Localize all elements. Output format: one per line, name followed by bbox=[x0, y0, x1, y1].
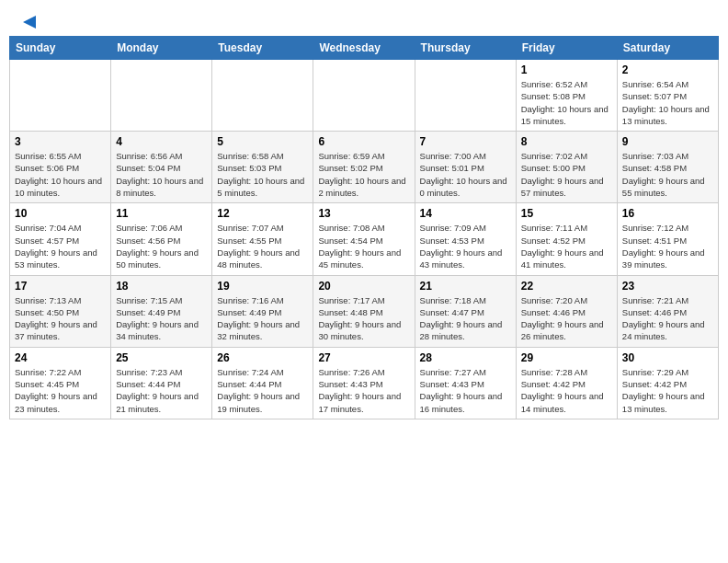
calendar-cell bbox=[111, 60, 212, 132]
day-number: 5 bbox=[217, 135, 308, 148]
day-info: Sunrise: 7:24 AM Sunset: 4:44 PM Dayligh… bbox=[217, 366, 308, 415]
day-of-week-header: Saturday bbox=[617, 37, 718, 60]
day-info: Sunrise: 7:26 AM Sunset: 4:43 PM Dayligh… bbox=[318, 366, 409, 415]
day-number: 11 bbox=[116, 207, 207, 220]
calendar-cell: 4Sunrise: 6:56 AM Sunset: 5:04 PM Daylig… bbox=[111, 132, 212, 203]
day-info: Sunrise: 7:23 AM Sunset: 4:44 PM Dayligh… bbox=[116, 366, 207, 415]
day-info: Sunrise: 7:09 AM Sunset: 4:53 PM Dayligh… bbox=[420, 222, 511, 270]
calendar-cell bbox=[10, 60, 111, 132]
day-number: 15 bbox=[521, 207, 612, 220]
calendar-cell: 28Sunrise: 7:27 AM Sunset: 4:43 PM Dayli… bbox=[415, 347, 516, 419]
calendar-cell: 27Sunrise: 7:26 AM Sunset: 4:43 PM Dayli… bbox=[313, 347, 415, 419]
day-number: 25 bbox=[116, 351, 207, 364]
calendar-cell: 23Sunrise: 7:21 AM Sunset: 4:46 PM Dayli… bbox=[617, 275, 718, 347]
calendar-cell: 16Sunrise: 7:12 AM Sunset: 4:51 PM Dayli… bbox=[617, 203, 718, 275]
day-number: 20 bbox=[318, 280, 409, 293]
day-number: 28 bbox=[420, 351, 511, 364]
calendar-cell: 18Sunrise: 7:15 AM Sunset: 4:49 PM Dayli… bbox=[111, 275, 212, 347]
day-info: Sunrise: 7:13 AM Sunset: 4:50 PM Dayligh… bbox=[15, 294, 106, 343]
calendar-cell: 19Sunrise: 7:16 AM Sunset: 4:49 PM Dayli… bbox=[212, 275, 313, 347]
page-header bbox=[0, 0, 728, 36]
calendar-week-row: 1Sunrise: 6:52 AM Sunset: 5:08 PM Daylig… bbox=[10, 60, 719, 132]
calendar-week-row: 3Sunrise: 6:55 AM Sunset: 5:06 PM Daylig… bbox=[10, 132, 719, 203]
day-info: Sunrise: 7:06 AM Sunset: 4:56 PM Dayligh… bbox=[116, 222, 207, 270]
calendar-cell: 26Sunrise: 7:24 AM Sunset: 4:44 PM Dayli… bbox=[212, 347, 313, 419]
calendar-body: 1Sunrise: 6:52 AM Sunset: 5:08 PM Daylig… bbox=[10, 60, 719, 419]
calendar-week-row: 24Sunrise: 7:22 AM Sunset: 4:45 PM Dayli… bbox=[10, 347, 719, 419]
calendar-cell: 7Sunrise: 7:00 AM Sunset: 5:01 PM Daylig… bbox=[415, 132, 516, 203]
day-number: 22 bbox=[521, 280, 612, 293]
day-info: Sunrise: 7:11 AM Sunset: 4:52 PM Dayligh… bbox=[521, 222, 612, 270]
calendar-cell: 3Sunrise: 6:55 AM Sunset: 5:06 PM Daylig… bbox=[10, 132, 111, 203]
calendar-cell: 1Sunrise: 6:52 AM Sunset: 5:08 PM Daylig… bbox=[516, 60, 617, 132]
day-info: Sunrise: 6:52 AM Sunset: 5:08 PM Dayligh… bbox=[521, 78, 612, 127]
calendar-cell: 13Sunrise: 7:08 AM Sunset: 4:54 PM Dayli… bbox=[313, 203, 415, 275]
logo bbox=[18, 14, 38, 27]
calendar-table: SundayMondayTuesdayWednesdayThursdayFrid… bbox=[9, 36, 719, 419]
calendar-cell: 12Sunrise: 7:07 AM Sunset: 4:55 PM Dayli… bbox=[212, 203, 313, 275]
calendar-cell: 25Sunrise: 7:23 AM Sunset: 4:44 PM Dayli… bbox=[111, 347, 212, 419]
svg-marker-0 bbox=[23, 16, 36, 29]
day-info: Sunrise: 7:02 AM Sunset: 5:00 PM Dayligh… bbox=[521, 150, 612, 199]
calendar-cell bbox=[415, 60, 516, 132]
day-info: Sunrise: 6:59 AM Sunset: 5:02 PM Dayligh… bbox=[318, 150, 409, 199]
day-number: 23 bbox=[622, 280, 713, 293]
logo-icon bbox=[21, 14, 38, 30]
day-info: Sunrise: 6:56 AM Sunset: 5:04 PM Dayligh… bbox=[116, 150, 207, 199]
day-number: 10 bbox=[15, 207, 106, 220]
day-info: Sunrise: 7:22 AM Sunset: 4:45 PM Dayligh… bbox=[15, 366, 106, 415]
day-info: Sunrise: 7:21 AM Sunset: 4:46 PM Dayligh… bbox=[622, 294, 713, 343]
day-number: 2 bbox=[622, 63, 713, 76]
day-info: Sunrise: 7:12 AM Sunset: 4:51 PM Dayligh… bbox=[622, 222, 713, 270]
day-info: Sunrise: 7:03 AM Sunset: 4:58 PM Dayligh… bbox=[622, 150, 713, 199]
day-number: 12 bbox=[217, 207, 308, 220]
day-info: Sunrise: 7:28 AM Sunset: 4:42 PM Dayligh… bbox=[521, 366, 612, 415]
day-number: 27 bbox=[318, 351, 409, 364]
day-info: Sunrise: 7:15 AM Sunset: 4:49 PM Dayligh… bbox=[116, 294, 207, 343]
calendar-cell bbox=[212, 60, 313, 132]
day-info: Sunrise: 7:16 AM Sunset: 4:49 PM Dayligh… bbox=[217, 294, 308, 343]
calendar-cell: 2Sunrise: 6:54 AM Sunset: 5:07 PM Daylig… bbox=[617, 60, 718, 132]
day-info: Sunrise: 7:27 AM Sunset: 4:43 PM Dayligh… bbox=[420, 366, 511, 415]
calendar-week-row: 17Sunrise: 7:13 AM Sunset: 4:50 PM Dayli… bbox=[10, 275, 719, 347]
day-info: Sunrise: 6:58 AM Sunset: 5:03 PM Dayligh… bbox=[217, 150, 308, 199]
day-info: Sunrise: 7:20 AM Sunset: 4:46 PM Dayligh… bbox=[521, 294, 612, 343]
day-info: Sunrise: 7:17 AM Sunset: 4:48 PM Dayligh… bbox=[318, 294, 409, 343]
calendar-cell: 5Sunrise: 6:58 AM Sunset: 5:03 PM Daylig… bbox=[212, 132, 313, 203]
calendar-cell: 17Sunrise: 7:13 AM Sunset: 4:50 PM Dayli… bbox=[10, 275, 111, 347]
day-number: 16 bbox=[622, 207, 713, 220]
day-number: 21 bbox=[420, 280, 511, 293]
day-of-week-header: Friday bbox=[516, 37, 617, 60]
day-info: Sunrise: 7:04 AM Sunset: 4:57 PM Dayligh… bbox=[15, 222, 106, 270]
day-of-week-header: Monday bbox=[111, 37, 212, 60]
calendar-cell: 11Sunrise: 7:06 AM Sunset: 4:56 PM Dayli… bbox=[111, 203, 212, 275]
calendar-header-row: SundayMondayTuesdayWednesdayThursdayFrid… bbox=[10, 37, 719, 60]
calendar-cell: 21Sunrise: 7:18 AM Sunset: 4:47 PM Dayli… bbox=[415, 275, 516, 347]
calendar-cell: 29Sunrise: 7:28 AM Sunset: 4:42 PM Dayli… bbox=[516, 347, 617, 419]
day-info: Sunrise: 7:00 AM Sunset: 5:01 PM Dayligh… bbox=[420, 150, 511, 199]
day-of-week-header: Thursday bbox=[415, 37, 516, 60]
day-number: 4 bbox=[116, 135, 207, 148]
day-number: 1 bbox=[521, 63, 612, 76]
day-number: 29 bbox=[521, 351, 612, 364]
day-number: 8 bbox=[521, 135, 612, 148]
calendar-cell: 15Sunrise: 7:11 AM Sunset: 4:52 PM Dayli… bbox=[516, 203, 617, 275]
day-info: Sunrise: 7:07 AM Sunset: 4:55 PM Dayligh… bbox=[217, 222, 308, 270]
day-number: 26 bbox=[217, 351, 308, 364]
calendar-cell: 8Sunrise: 7:02 AM Sunset: 5:00 PM Daylig… bbox=[516, 132, 617, 203]
day-number: 7 bbox=[420, 135, 511, 148]
day-number: 19 bbox=[217, 280, 308, 293]
calendar-cell bbox=[313, 60, 415, 132]
day-info: Sunrise: 7:29 AM Sunset: 4:42 PM Dayligh… bbox=[622, 366, 713, 415]
day-number: 14 bbox=[420, 207, 511, 220]
day-info: Sunrise: 7:08 AM Sunset: 4:54 PM Dayligh… bbox=[318, 222, 409, 270]
day-number: 6 bbox=[318, 135, 409, 148]
day-number: 9 bbox=[622, 135, 713, 148]
day-info: Sunrise: 7:18 AM Sunset: 4:47 PM Dayligh… bbox=[420, 294, 511, 343]
day-number: 30 bbox=[622, 351, 713, 364]
day-of-week-header: Sunday bbox=[10, 37, 111, 60]
day-number: 3 bbox=[15, 135, 106, 148]
calendar-cell: 24Sunrise: 7:22 AM Sunset: 4:45 PM Dayli… bbox=[10, 347, 111, 419]
day-info: Sunrise: 6:54 AM Sunset: 5:07 PM Dayligh… bbox=[622, 78, 713, 127]
calendar-cell: 22Sunrise: 7:20 AM Sunset: 4:46 PM Dayli… bbox=[516, 275, 617, 347]
